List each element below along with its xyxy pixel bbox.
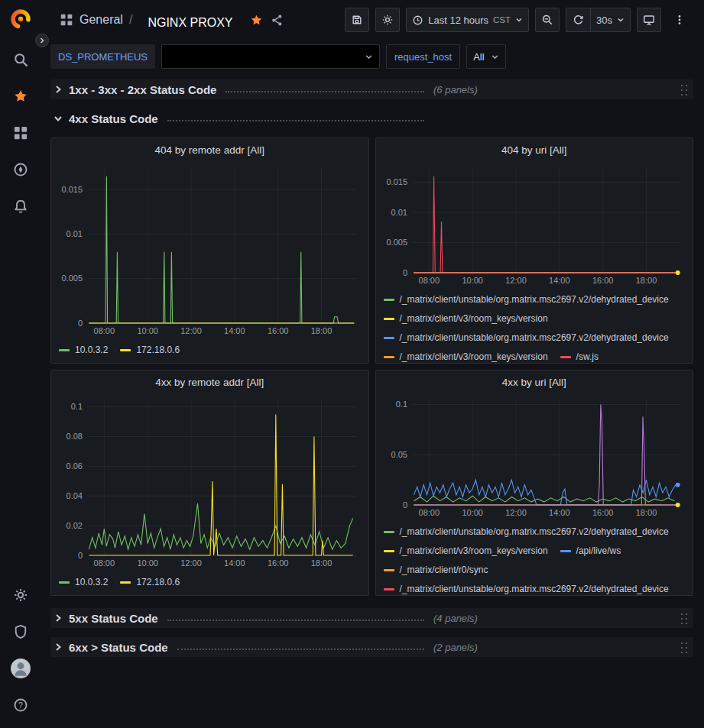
- row-drag-handle[interactable]: [679, 639, 689, 655]
- sidebar-expand-button[interactable]: [35, 34, 49, 47]
- panel-title[interactable]: 4xx by remote addr [All]: [51, 370, 368, 393]
- explore-compass-icon[interactable]: [5, 154, 36, 185]
- chart-4xx-by-uri[interactable]: 00.050.108:0010:0012:0014:0016:0018:00: [378, 393, 689, 520]
- chart-404-by-uri[interactable]: 00.0050.010.01508:0010:0012:0014:0016:00…: [378, 161, 689, 288]
- refresh-interval-dropdown[interactable]: 30s: [590, 8, 631, 32]
- legend-item[interactable]: /_matrix/client/unstable/org.matrix.msc2…: [384, 581, 669, 595]
- dashboard-scroll-area: 1xx - 3xx - 2xx Status Code (6 panels) 4…: [41, 73, 704, 728]
- starred-icon[interactable]: [5, 81, 36, 112]
- chevron-down-icon: [365, 53, 373, 61]
- grafana-logo-icon[interactable]: [9, 8, 32, 31]
- svg-text:0.01: 0.01: [67, 229, 83, 238]
- chart-4xx-by-remote-addr[interactable]: 00.020.040.060.080.108:0010:0012:0014:00…: [53, 393, 364, 571]
- legend-item[interactable]: /sw.js: [560, 348, 599, 363]
- svg-text:18:00: 18:00: [311, 326, 333, 335]
- row-title: 1xx - 3xx - 2xx Status Code: [69, 83, 216, 96]
- user-avatar[interactable]: [5, 653, 36, 684]
- panel-title[interactable]: 404 by remote addr [All]: [51, 138, 368, 161]
- legend-swatch: [560, 356, 571, 358]
- legend-item[interactable]: /_matrix/client/v3/room_keys/version: [384, 310, 548, 328]
- row-panel-count: (4 panels): [433, 613, 478, 624]
- svg-text:12:00: 12:00: [505, 276, 527, 285]
- tv-mode-button[interactable]: [637, 8, 661, 32]
- legend-item[interactable]: 172.18.0.6: [120, 341, 180, 359]
- configuration-gear-icon[interactable]: [5, 580, 36, 610]
- panel-title[interactable]: 404 by uri [All]: [376, 138, 693, 161]
- grafana-app: ? General / NGINX PROXY: [0, 0, 704, 728]
- svg-text:0.05: 0.05: [391, 450, 407, 459]
- chart-legend: 10.0.3.2172.18.0.6: [51, 571, 368, 595]
- search-icon[interactable]: [5, 44, 36, 75]
- svg-text:12:00: 12:00: [180, 558, 202, 568]
- legend-swatch: [384, 318, 394, 320]
- legend-swatch: [384, 531, 394, 533]
- chart-legend: 10.0.3.2172.18.0.6: [51, 338, 368, 363]
- legend-item[interactable]: /_matrix/client/v3/room_keys/version: [384, 542, 548, 560]
- svg-text:10:00: 10:00: [137, 558, 158, 568]
- row-left: 6xx > Status Code: [54, 641, 432, 654]
- alerting-bell-icon[interactable]: [5, 191, 36, 222]
- chart-svg: 00.050.108:0010:0012:0014:0016:0018:00: [378, 393, 689, 520]
- variable-label-request-host: request_host: [386, 44, 460, 69]
- server-admin-shield-icon[interactable]: [5, 616, 36, 647]
- panel-title[interactable]: 4xx by uri [All]: [376, 370, 693, 393]
- legend-swatch: [384, 569, 394, 571]
- row-drag-handle[interactable]: [679, 82, 689, 97]
- zoom-out-button[interactable]: [535, 8, 560, 32]
- save-dashboard-button[interactable]: [345, 8, 369, 32]
- chart-legend: /_matrix/client/unstable/org.matrix.msc2…: [376, 288, 693, 363]
- row-header-4xx[interactable]: 4xx Status Code: [50, 108, 693, 128]
- svg-text:0: 0: [78, 319, 83, 328]
- avatar: [11, 658, 31, 678]
- chart-svg: 00.0050.010.01508:0010:0012:0014:0016:00…: [378, 161, 689, 288]
- share-icon[interactable]: [271, 14, 284, 27]
- panel-404-by-remote-addr: 404 by remote addr [All] 00.0050.010.015…: [50, 138, 369, 364]
- header-toolbar: Last 12 hours CST 30s: [345, 8, 692, 32]
- variable-request-host-value: All: [473, 51, 484, 63]
- svg-text:0.015: 0.015: [61, 185, 83, 194]
- legend-swatch: [384, 299, 394, 301]
- variable-ds-prometheus-select[interactable]: [161, 44, 380, 69]
- row-header-5xx[interactable]: 5xx Status Code (4 panels): [50, 608, 693, 628]
- variable-request-host-select[interactable]: All: [466, 44, 505, 69]
- row-panel-count: (6 panels): [433, 84, 478, 95]
- breadcrumb-dashboard-title[interactable]: NGINX PROXY: [138, 10, 243, 30]
- chevron-down-icon: [515, 16, 523, 24]
- legend-item[interactable]: /_matrix/client/r0/sync: [384, 561, 488, 579]
- legend-item[interactable]: /_matrix/client/unstable/org.matrix.msc2…: [384, 523, 669, 541]
- svg-text:14:00: 14:00: [549, 276, 570, 285]
- legend-item[interactable]: /_matrix/client/v3/room_keys/version: [384, 348, 548, 363]
- legend-item[interactable]: 10.0.3.2: [59, 574, 108, 591]
- svg-text:0.06: 0.06: [67, 461, 83, 471]
- svg-text:16:00: 16:00: [592, 508, 613, 517]
- svg-text:10:00: 10:00: [462, 508, 483, 517]
- chevron-down-icon: [491, 53, 499, 61]
- help-icon[interactable]: ?: [5, 690, 36, 720]
- row-drag-handle[interactable]: [679, 610, 689, 626]
- favorite-star-icon[interactable]: [250, 14, 263, 27]
- svg-text:10:00: 10:00: [462, 276, 483, 285]
- time-range-picker[interactable]: Last 12 hours CST: [406, 8, 529, 32]
- row-left: 5xx Status Code: [54, 612, 432, 625]
- legend-item[interactable]: /_matrix/client/unstable/org.matrix.msc2…: [384, 329, 669, 347]
- svg-text:0.015: 0.015: [386, 177, 407, 186]
- legend-swatch: [384, 356, 394, 358]
- dashboards-icon[interactable]: [5, 118, 36, 148]
- variable-label-text: DS_PROMETHEUS: [58, 51, 148, 63]
- svg-text:0.08: 0.08: [67, 432, 83, 441]
- refresh-button[interactable]: [566, 8, 590, 32]
- legend-item[interactable]: /api/live/ws: [560, 542, 621, 560]
- row-header-1xx[interactable]: 1xx - 3xx - 2xx Status Code (6 panels): [50, 79, 693, 99]
- legend-item[interactable]: 10.0.3.2: [59, 341, 108, 359]
- dotted-leader: [167, 616, 424, 621]
- kebab-menu-icon[interactable]: [667, 8, 692, 32]
- breadcrumb-folder[interactable]: General: [79, 13, 123, 27]
- legend-item[interactable]: /_matrix/client/unstable/org.matrix.msc2…: [384, 291, 669, 309]
- row-header-6xx[interactable]: 6xx > Status Code (2 panels): [50, 637, 693, 657]
- panel-4xx-by-remote-addr: 4xx by remote addr [All] 00.020.040.060.…: [50, 370, 369, 596]
- legend-item[interactable]: 172.18.0.6: [120, 574, 180, 591]
- dotted-leader: [167, 116, 424, 121]
- chart-404-by-remote-addr[interactable]: 00.0050.010.01508:0010:0012:0014:0016:00…: [53, 161, 364, 338]
- dotted-leader: [225, 87, 424, 92]
- dashboard-settings-button[interactable]: [375, 8, 400, 32]
